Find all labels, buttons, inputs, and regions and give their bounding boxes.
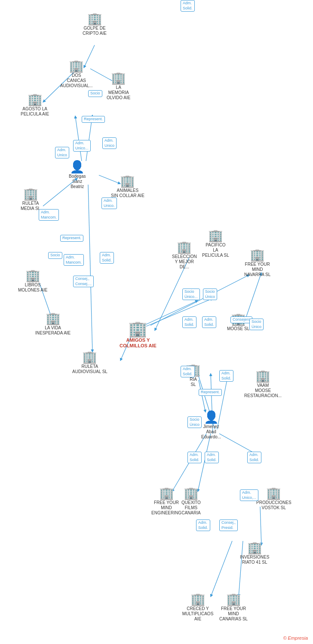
building-icon: 🏢: [159, 487, 174, 499]
badge-adm-mancom-1: Adm.Mancom.: [39, 209, 59, 221]
svg-line-22: [246, 273, 261, 318]
badge-adm-unico-4: Adm.Unico.: [101, 197, 117, 209]
node-label: AGOSTO LAPELICULA AIE: [21, 106, 49, 117]
building-icon: 🏢: [111, 72, 126, 84]
badge-adm-solid-5: Adm.Solid.: [181, 366, 195, 377]
building-icon: 🏢: [23, 188, 38, 200]
node-pacifico: 🏢 PACIFICOLAPELICULA SL: [202, 230, 229, 258]
node-label: DOSCANICASAUDIOVISUAL...: [60, 73, 93, 88]
node-label: QUEXITOFILMSCANARIA: [181, 500, 201, 516]
building-icon-main: 🏢: [128, 321, 147, 337]
node-label-main: AMIGOS YCOLMILLOS AIE: [120, 337, 156, 349]
building-icon: 🏢: [226, 593, 241, 605]
badge-represent-3: Represent.: [199, 389, 222, 396]
badge-adm-solid-4: Adm.Solid.: [181, 0, 195, 12]
node-label: VAAMMOOSERESTAURACION...: [244, 383, 282, 398]
badge-adm-solid-7: Adm.Solid.: [187, 452, 202, 463]
node-label: LAMEMORIAOLVIDO AIE: [107, 85, 130, 100]
badge-socio-1: Socio: [88, 90, 102, 97]
node-label: SELECCIONY MEJORDE...: [172, 254, 197, 270]
badge-adm-unico-1: Adm.Unico...: [73, 140, 91, 152]
node-label: FREE YOURMINDNAVARRA SL: [244, 262, 270, 277]
node-label: CRECED YMULTIPLICAOS AIE: [178, 606, 217, 622]
svg-line-19: [260, 507, 261, 545]
node-producciones-vostok: 🏢 PRODUCCIONESVOSTOK SL: [256, 487, 292, 510]
node-label: RIASL: [190, 377, 197, 387]
node-la-vida: 🏢 LA VIDAINESPERADA AIE: [35, 313, 71, 336]
node-jimenez-abad: 👤 JimenezAbadEduardo...: [201, 411, 221, 440]
node-agosto-la: 🏢 AGOSTO LAPELICULA AIE: [21, 94, 49, 117]
node-ruleta-media: 🏢 RULETAMEDIA SL: [21, 188, 40, 211]
node-label: FREE YOURMINDENGINEERING: [151, 500, 181, 516]
building-icon: 🏢: [120, 175, 135, 187]
node-animales-sin: 🏢 ANIMALESSIN COLLAR AIE: [111, 175, 144, 198]
building-icon: 🏢: [46, 313, 61, 325]
node-label: PRODUCCIONESVOSTOK SL: [256, 500, 292, 510]
badge-socio-unico-4: SocioÚnico: [187, 416, 202, 428]
building-icon: 🏢: [266, 487, 281, 499]
building-icon: 🏢: [247, 542, 262, 554]
node-free-your-mind-navarra: 🏢 FREE YOURMINDNAVARRA SL: [244, 249, 270, 277]
node-free-your-mind-engineering: 🏢 FREE YOURMINDENGINEERING: [151, 487, 181, 516]
badge-adm-solid-9: Adm.Solid.: [247, 452, 261, 463]
svg-line-4: [75, 116, 82, 161]
badge-socio-unico-2: SocioÚnico: [203, 289, 217, 300]
node-la-memoria: 🏢 LAMEMORIAOLVIDO AIE: [107, 72, 130, 100]
badge-socio-unico-1: SocioÚnico...: [182, 289, 200, 300]
person-icon: 👤: [70, 161, 85, 173]
badge-adm-solid-10: Adm.Solid.: [196, 519, 210, 531]
badge-adm-unico-2: Adm.Unico: [55, 147, 69, 158]
badge-adm-solid-2: Adm.Solid.: [182, 316, 196, 328]
building-icon: 🏢: [177, 241, 192, 253]
node-creced-multiplicaos: 🏢 CRECED YMULTIPLICAOS AIE: [178, 593, 217, 622]
node-label: LA VIDAINESPERADA AIE: [35, 325, 71, 336]
node-vaam-moose: 🏢 VAAMMOOSERESTAURACION...: [244, 370, 282, 398]
svg-line-7: [88, 185, 92, 352]
svg-line-20: [211, 541, 232, 597]
node-label: LIBROSMOLONES AIE: [18, 283, 47, 293]
node-label: INVERSIONESRIATO 41 SL: [240, 555, 269, 565]
badge-adm-solid-1: Adm.Solid.: [100, 252, 114, 264]
node-quexito-films: 🏢 QUEXITOFILMSCANARIA: [181, 487, 201, 516]
graph-container: 🏢 GOLPE DE CRIPTO AIE 🏢 DOSCANICASAUDIOV…: [0, 0, 313, 644]
node-golpe-de-cripto: 🏢 GOLPE DE CRIPTO AIE: [75, 13, 114, 36]
copyright: © Empresia: [283, 635, 308, 641]
badge-adm-mancom-2: Adm.Mancom.: [64, 254, 84, 266]
building-icon: 🏢: [250, 249, 265, 261]
node-label: FREE YOURMINDCANARIAS SL: [219, 606, 248, 622]
node-label: RULETAAUDIOVISUAL SL: [72, 364, 107, 374]
node-amigos-colmillos: 🏢 AMIGOS YCOLMILLOS AIE: [120, 321, 156, 349]
badge-adm-unico-5: Adm.Unico,...: [240, 489, 258, 501]
node-seleccion: 🏢 SELECCIONY MEJORDE...: [172, 241, 197, 270]
person-icon: 👤: [204, 411, 219, 423]
building-icon: 🏢: [25, 270, 40, 282]
badge-socio-2: Socio: [48, 252, 62, 259]
building-icon: 🏢: [255, 370, 270, 382]
node-label: PACIFICOLAPELICULA SL: [202, 243, 229, 258]
node-libros-molones: 🏢 LIBROSMOLONES AIE: [18, 270, 47, 293]
building-icon: 🏢: [69, 60, 84, 72]
node-label: MOOSE SL: [227, 326, 249, 331]
node-label: GOLPE DE CRIPTO AIE: [75, 26, 114, 36]
building-icon: 🏢: [208, 230, 223, 242]
node-label: BodegasSanzBeatriz: [69, 174, 86, 189]
badge-represent-1: Represent.: [82, 116, 105, 123]
badge-consej-1: Consej.,Consej....: [73, 276, 94, 287]
building-icon: 🏢: [28, 94, 43, 106]
building-icon: 🏢: [184, 487, 199, 499]
node-ruleta-audiovisual: 🏢 RULETAAUDIOVISUAL SL: [72, 351, 107, 374]
badge-adm-unico-3: Adm.Unico: [102, 137, 117, 149]
badge-adm-solid-3: Adm.Solid.: [202, 316, 216, 328]
building-icon: 🏢: [87, 13, 102, 25]
building-icon: 🏢: [190, 593, 206, 605]
node-bodegas-sanz: 👤 BodegasSanzBeatriz: [69, 161, 86, 189]
badge-adm-solid-6: Adm.Solid.: [219, 370, 233, 382]
building-icon: 🏢: [82, 351, 97, 363]
node-label: JimenezAbadEduardo...: [201, 424, 221, 440]
node-inversiones-riato: 🏢 INVERSIONESRIATO 41 SL: [240, 542, 269, 565]
node-label: ANIMALESSIN COLLAR AIE: [111, 188, 144, 198]
badge-consej-presid: Consej.,Presid.: [219, 519, 238, 531]
badge-adm-solid-8: Adm.Solid.: [205, 452, 219, 463]
node-free-your-mind-canarias: 🏢 FREE YOURMINDCANARIAS SL: [219, 593, 248, 622]
badge-represent-2: Represent.: [60, 235, 83, 242]
